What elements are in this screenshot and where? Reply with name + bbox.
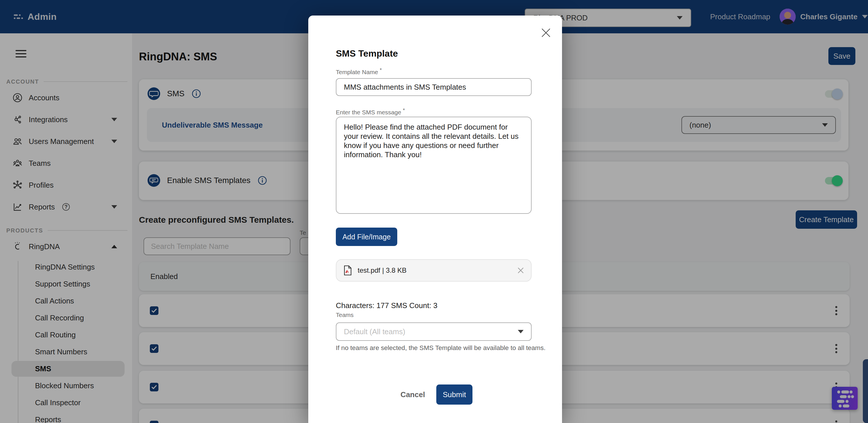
teams-placeholder: Default (All teams): [344, 327, 405, 336]
required-mark: *: [403, 108, 405, 113]
sms-message-textarea[interactable]: Hello! Please find the attached PDF docu…: [336, 117, 532, 214]
teams-select[interactable]: Default (All teams): [336, 322, 532, 341]
file-name-size: test.pdf | 3.8 KB: [358, 266, 406, 275]
teams-help-text: If no teams are selected, the SMS Templa…: [336, 344, 534, 352]
character-count: Characters: 177 SMS Count: 3: [336, 301, 437, 310]
pdf-file-icon: [343, 265, 352, 276]
app-root: Admin RingDNA PROD Product Roadmap Charl…: [0, 0, 868, 423]
chevron-down-icon: [518, 330, 524, 333]
template-name-label: Template Name *: [336, 67, 382, 76]
attached-file-chip: test.pdf | 3.8 KB: [336, 259, 532, 282]
submit-button[interactable]: Submit: [436, 385, 472, 404]
add-file-button[interactable]: Add File/Image: [336, 228, 397, 246]
cancel-button[interactable]: Cancel: [394, 385, 431, 404]
remove-file-icon[interactable]: [517, 267, 524, 274]
modal-title: SMS Template: [336, 48, 398, 59]
required-mark: *: [380, 67, 382, 73]
sms-message-label: Enter the SMS message *: [336, 108, 405, 116]
close-icon[interactable]: [541, 28, 551, 38]
sms-template-modal: SMS Template Template Name * Enter the S…: [308, 16, 562, 423]
teams-label: Teams: [336, 311, 353, 318]
template-name-input[interactable]: [336, 78, 532, 96]
